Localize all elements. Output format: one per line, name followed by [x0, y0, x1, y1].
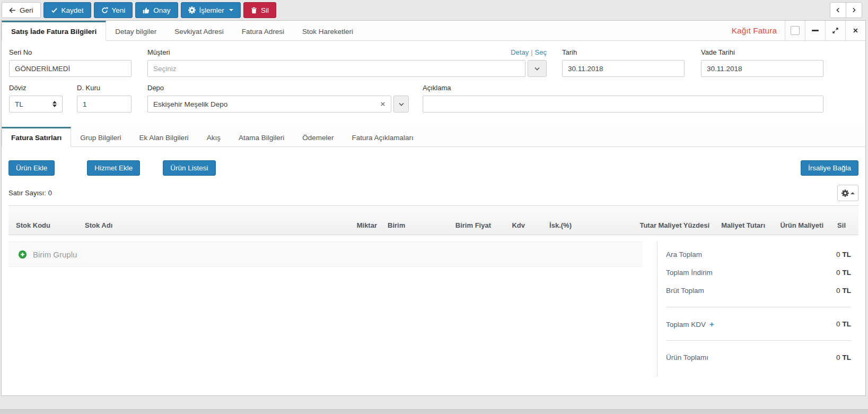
actions-label: İşlemler — [199, 6, 224, 14]
chevron-left-icon — [835, 7, 841, 13]
total-currency: TL — [843, 320, 852, 328]
approve-label: Onay — [153, 6, 170, 14]
add-kdv-icon[interactable]: + — [709, 320, 714, 329]
depo-select[interactable]: Eskişehir Meşelik Depo — [147, 96, 391, 113]
tab-satis-iade-fatura-bilgileri[interactable]: Satış İade Fatura Bilgileri — [2, 21, 106, 41]
gear-icon — [841, 189, 849, 197]
musteri-dropdown-button[interactable] — [528, 60, 547, 77]
save-label: Kaydet — [62, 6, 84, 14]
paper-invoice-checkbox[interactable] — [785, 21, 805, 40]
plus-circle-icon — [18, 250, 27, 259]
total-label: Toplam İndirim — [666, 269, 713, 277]
record-nav — [830, 2, 862, 18]
add-service-button[interactable]: Hizmet Ekle — [87, 160, 140, 176]
tarih-label: Tarih — [562, 48, 685, 56]
col-iskonto: İsk.(%) — [525, 221, 572, 230]
actions-button[interactable]: İşlemler — [181, 2, 241, 18]
tab-detay-bilgiler[interactable]: Detay bilgiler — [106, 21, 165, 40]
line-actions: Ürün Ekle Hizmet Ekle Ürün Listesi İrsal… — [8, 160, 858, 176]
chevron-down-icon — [399, 102, 404, 106]
checkbox-icon — [791, 26, 800, 35]
tab-sevkiyat-adresi[interactable]: Sevkiyat Adresi — [165, 21, 232, 40]
window-bottom-edge — [0, 409, 868, 414]
col-tutar: Tutar — [572, 221, 656, 230]
tab-fatura-satirlari[interactable]: Fatura Satırları — [2, 127, 71, 147]
musteri-sec-link[interactable]: Seç — [535, 48, 547, 56]
new-button[interactable]: Yeni — [94, 2, 133, 18]
vade-tarihi-input[interactable] — [701, 60, 823, 77]
tab-ek-alan-bilgileri[interactable]: Ek Alan Bilgileri — [130, 127, 198, 146]
musteri-links: Detay|Seç — [511, 48, 547, 56]
next-record-button[interactable] — [846, 2, 862, 18]
total-currency: TL — [843, 269, 852, 277]
doviz-select[interactable]: TL — [9, 96, 63, 113]
tab-odemeler[interactable]: Ödemeler — [293, 127, 343, 146]
clear-icon[interactable] — [380, 101, 385, 107]
back-button[interactable]: Geri — [2, 2, 41, 18]
tab-fatura-adresi[interactable]: Fatura Adresi — [233, 21, 293, 40]
depo-dropdown-button[interactable] — [393, 96, 409, 113]
grid-header: Stok Kodu Stok Adı Miktar Birim Birim Fi… — [8, 205, 858, 235]
add-product-button[interactable]: Ürün Ekle — [8, 160, 55, 176]
vade-tarihi-group: Vade Tarihi — [701, 48, 823, 77]
tab-fatura-aciklamalari[interactable]: Fatura Açıklamaları — [343, 127, 422, 146]
d-kuru-input[interactable] — [77, 96, 131, 113]
unit-group-row[interactable]: Birim Gruplu — [8, 242, 643, 267]
total-value: 0 — [836, 320, 840, 328]
total-value: 0 — [836, 251, 840, 258]
grid-body: Birim Gruplu Ara Toplam 0TL Toplam İndir… — [8, 242, 858, 377]
approve-button[interactable]: Onay — [135, 2, 178, 18]
total-row-urun-toplami: Ürün Toplamı 0TL — [666, 348, 851, 366]
minimize-button[interactable] — [805, 21, 825, 40]
window-tabbar: Satış İade Fatura Bilgileri Detay bilgil… — [2, 21, 865, 41]
tarih-input[interactable] — [562, 60, 685, 77]
tab-akis[interactable]: Akış — [198, 127, 230, 146]
tab-atama-bilgileri[interactable]: Atama Bilgileri — [230, 127, 293, 146]
total-value: 0 — [836, 269, 840, 277]
vade-tarihi-label: Vade Tarihi — [701, 48, 823, 56]
grid-toolbar: Satır Sayısı: 0 — [8, 185, 858, 201]
col-kdv: Kdv — [491, 221, 525, 230]
col-stok-kodu: Stok Kodu — [16, 221, 85, 230]
totals-separator — [666, 307, 851, 307]
trash-icon — [251, 7, 257, 14]
tab-grup-bilgileri[interactable]: Grup Bilgileri — [71, 127, 130, 146]
expand-icon — [832, 27, 839, 34]
close-icon — [853, 28, 858, 33]
prev-record-button[interactable] — [830, 2, 846, 18]
depo-group: Depo Eskişehir Meşelik Depo — [147, 84, 409, 113]
musteri-detay-link[interactable]: Detay — [511, 48, 529, 56]
seri-no-input[interactable] — [9, 60, 131, 77]
caret-up-icon — [851, 192, 855, 194]
grid-rows-area: Birim Gruplu — [8, 242, 643, 267]
chevron-right-icon — [851, 7, 857, 13]
link-dispatch-button[interactable]: İrsaliye Bağla — [801, 160, 858, 176]
invoice-lines-panel: Ürün Ekle Hizmet Ekle Ürün Listesi İrsal… — [2, 147, 865, 377]
d-kuru-group: D. Kuru — [77, 84, 131, 113]
thumbs-up-icon — [143, 7, 150, 14]
invoice-window: Satış İade Fatura Bilgileri Detay bilgil… — [1, 20, 866, 396]
col-maliyet-tutari: Maliyet Tutarı — [709, 221, 765, 230]
delete-button[interactable]: Sil — [243, 2, 276, 18]
musteri-select[interactable]: Seçiniz — [147, 60, 525, 77]
total-row-toplam-kdv: Toplam KDV+ 0TL — [666, 315, 851, 333]
musteri-placeholder: Seçiniz — [153, 65, 177, 73]
total-value: 0 — [836, 287, 840, 295]
aciklama-input[interactable] — [423, 96, 823, 113]
detail-tabbar: Fatura Satırları Grup Bilgileri Ek Alan … — [2, 127, 865, 147]
product-list-button[interactable]: Ürün Listesi — [163, 160, 215, 176]
minus-icon — [812, 30, 819, 31]
gear-icon — [188, 6, 196, 14]
grid-settings-button[interactable] — [837, 185, 858, 201]
aciklama-group: Açıklama — [423, 84, 823, 113]
maximize-button[interactable] — [825, 21, 845, 40]
chevron-down-icon — [534, 67, 540, 71]
total-currency: TL — [843, 353, 852, 361]
total-label: Brüt Toplam — [666, 287, 704, 295]
check-icon — [51, 7, 58, 14]
close-button[interactable] — [845, 21, 865, 40]
col-birim-fiyat: Birim Fiyat — [427, 221, 491, 230]
tab-stok-hareketleri[interactable]: Stok Hareketleri — [293, 21, 362, 40]
save-button[interactable]: Kaydet — [43, 2, 91, 18]
delete-label: Sil — [261, 6, 269, 14]
